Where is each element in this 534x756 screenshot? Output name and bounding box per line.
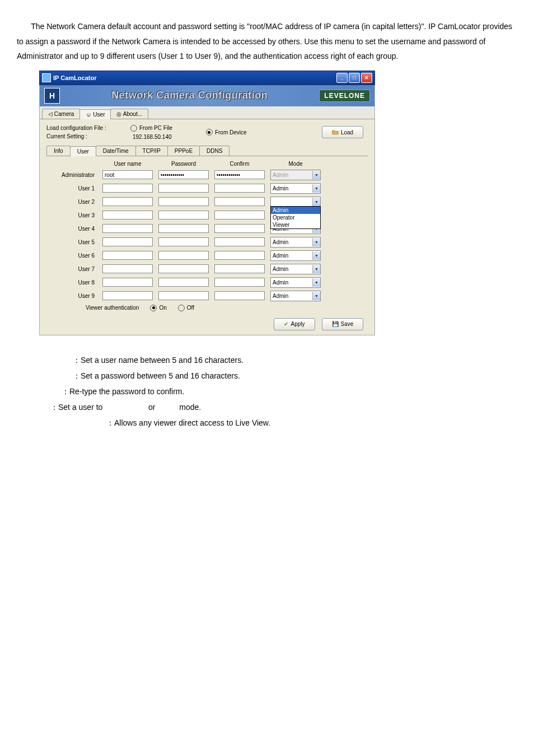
username-input[interactable] — [102, 264, 153, 273]
row-user-2: User 2▼AdminOperatorViewer — [52, 197, 362, 207]
radio-from-device[interactable]: From Device — [206, 125, 247, 140]
subtab-tcpip[interactable]: TCP/IP — [135, 146, 168, 156]
mode-select[interactable]: ▼AdminOperatorViewer — [270, 197, 321, 207]
mode-select[interactable]: Admin▼ — [270, 264, 321, 274]
load-button[interactable]: Load — [322, 126, 363, 138]
row-user-9: User 9Admin▼ — [52, 291, 362, 301]
user-label: User 5 — [52, 239, 97, 245]
user-label: User 3 — [52, 212, 97, 218]
apply-button[interactable]: ✔ Apply — [274, 318, 315, 330]
admin-confirm-input[interactable] — [214, 170, 265, 179]
subtab-pppoe[interactable]: PPPoE — [167, 146, 200, 156]
row-user-1: User 1Admin▼ — [52, 183, 362, 194]
password-input[interactable] — [158, 264, 209, 273]
password-input[interactable] — [158, 291, 209, 300]
intro-paragraph: The Network Camera default account and p… — [17, 19, 517, 64]
username-input[interactable] — [102, 211, 153, 220]
admin-password-input[interactable] — [158, 170, 209, 179]
main-tabbar: ◁ Camera ☺ User ◎ About... — [39, 106, 375, 119]
chevron-down-icon: ▼ — [312, 251, 320, 260]
confirm-input[interactable] — [214, 184, 265, 193]
minimize-button[interactable]: _ — [336, 73, 348, 83]
password-input[interactable] — [158, 184, 209, 193]
app-icon — [42, 73, 51, 82]
mode-select[interactable]: Admin▼ — [270, 291, 321, 301]
row-user-5: User 5Admin▼ — [52, 237, 362, 248]
dropdown-option[interactable]: Viewer — [271, 221, 320, 228]
password-input[interactable] — [158, 197, 209, 206]
row-user-7: User 7Admin▼ — [52, 264, 362, 274]
username-input[interactable] — [102, 184, 153, 193]
radio-icon — [178, 305, 185, 311]
col-mode: Mode — [270, 161, 321, 167]
username-input[interactable] — [102, 237, 153, 246]
mode-select[interactable]: Admin▼ — [270, 250, 321, 261]
maximize-button[interactable]: □ — [349, 73, 360, 83]
tab-camera[interactable]: ◁ Camera — [42, 109, 80, 119]
subtab-datetime[interactable]: Date/Time — [96, 146, 136, 156]
mode-select[interactable]: Admin▼ — [270, 183, 321, 194]
desc-viewer-auth: ：Allows any viewer direct access to Live… — [106, 415, 517, 431]
password-input[interactable] — [158, 224, 209, 233]
admin-label: Administrator — [52, 172, 97, 178]
username-input[interactable] — [102, 278, 153, 287]
confirm-input[interactable] — [214, 237, 265, 246]
mode-select[interactable]: Admin▼ — [270, 277, 321, 288]
folder-icon — [332, 129, 339, 136]
confirm-input[interactable] — [214, 197, 265, 206]
password-input[interactable] — [158, 251, 209, 260]
row-admin: Administrator Admin ▼ — [52, 170, 362, 180]
user-label: User 1 — [52, 185, 97, 192]
radio-viewer-off[interactable]: Off — [178, 305, 194, 311]
logo-icon: H — [44, 88, 60, 104]
username-input[interactable] — [102, 291, 153, 300]
titlebar: IP CamLocator _ □ ✕ — [39, 71, 375, 85]
desc-mode: ：Set a user to or mode. — [50, 399, 517, 415]
description-list: ：Set a user name between 5 and 16 charac… — [73, 352, 517, 431]
close-button[interactable]: ✕ — [361, 73, 372, 83]
disk-icon: 💾 — [332, 321, 339, 327]
username-input[interactable] — [102, 197, 153, 206]
row-user-8: User 8Admin▼ — [52, 277, 362, 288]
password-input[interactable] — [158, 237, 209, 246]
radio-viewer-on[interactable]: On — [150, 305, 166, 311]
desc-confirm: ：Re-type the password to confirm. — [62, 384, 517, 399]
radio-from-pc[interactable]: From PC File — [130, 125, 172, 132]
radio-icon — [150, 305, 157, 311]
sub-tabbar: Info User Date/Time TCP/IP PPPoE DDNS — [46, 146, 368, 156]
banner-title: Network Camera Configuration — [111, 90, 268, 101]
current-setting-label: Current Setting : — [46, 133, 125, 139]
desc-username: ：Set a user name between 5 and 16 charac… — [73, 352, 517, 368]
confirm-input[interactable] — [214, 224, 265, 233]
chevron-down-icon: ▼ — [312, 171, 320, 179]
radio-icon — [206, 129, 213, 136]
brand-label: LEVELONE — [319, 90, 370, 102]
password-input[interactable] — [158, 211, 209, 220]
mode-select[interactable]: Admin▼ — [270, 237, 321, 248]
confirm-input[interactable] — [214, 211, 265, 220]
mode-dropdown[interactable]: AdminOperatorViewer — [270, 206, 321, 229]
desc-password: ：Set a password between 5 and 16 charact… — [73, 368, 517, 384]
password-input[interactable] — [158, 278, 209, 287]
dropdown-option[interactable]: Admin — [271, 207, 320, 214]
chevron-down-icon: ▼ — [312, 198, 320, 206]
confirm-input[interactable] — [214, 251, 265, 260]
tab-user-main[interactable]: ☺ User — [79, 109, 111, 119]
check-icon: ✔ — [284, 321, 288, 327]
dropdown-option[interactable]: Operator — [271, 214, 320, 221]
chevron-down-icon: ▼ — [312, 278, 320, 287]
admin-username-input[interactable] — [102, 170, 153, 179]
chevron-down-icon: ▼ — [312, 184, 320, 193]
user-label: User 9 — [52, 293, 97, 299]
save-button[interactable]: 💾 Save — [322, 318, 363, 330]
tab-about[interactable]: ◎ About... — [110, 109, 148, 119]
subtab-user[interactable]: User — [70, 146, 96, 156]
confirm-input[interactable] — [214, 264, 265, 273]
confirm-input[interactable] — [214, 278, 265, 287]
username-input[interactable] — [102, 224, 153, 233]
subtab-ddns[interactable]: DDNS — [199, 146, 229, 156]
confirm-input[interactable] — [214, 291, 265, 300]
app-window: IP CamLocator _ □ ✕ H Network Camera Con… — [39, 71, 375, 335]
subtab-info[interactable]: Info — [46, 146, 71, 156]
username-input[interactable] — [102, 251, 153, 260]
